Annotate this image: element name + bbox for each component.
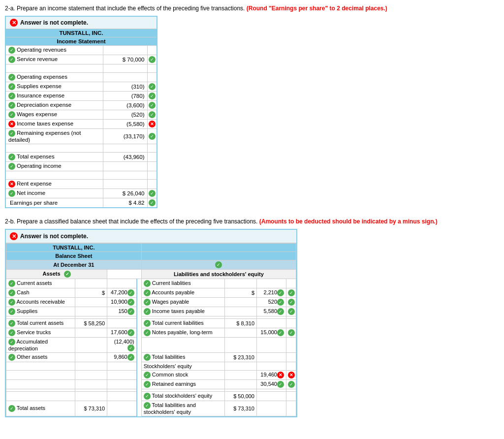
income-amount[interactable] — [103, 162, 147, 171]
income-amount[interactable]: (3,600) — [103, 101, 147, 110]
bs-left-amount1[interactable] — [75, 371, 107, 380]
bs-left-amount1[interactable] — [75, 307, 107, 316]
bs-left-amount1[interactable] — [75, 328, 107, 338]
bs-right-label: ✓ Accounts payable — [141, 288, 224, 298]
income-check2 — [147, 162, 157, 171]
bs-left-amount2[interactable] — [107, 319, 137, 328]
bs-left-amount1[interactable]: $ 58,250 — [75, 319, 107, 328]
income-amount[interactable]: (310) — [103, 82, 147, 92]
bs-left-amount1[interactable] — [75, 362, 107, 371]
bs-right-check2 — [286, 279, 296, 288]
income-amount[interactable] — [103, 46, 147, 55]
income-label: ✓Insurance expense — [5, 92, 103, 101]
bs-left-amount2[interactable]: 47,200✓ — [107, 288, 137, 298]
income-amount[interactable]: (43,960) — [103, 153, 147, 162]
income-row-14: ✕Rent expense — [5, 180, 157, 189]
bs-right-amount1[interactable] — [225, 338, 257, 353]
bs-left-amount1[interactable] — [75, 392, 107, 401]
income-amount[interactable] — [103, 73, 147, 82]
bs-left-amount2[interactable] — [107, 362, 137, 371]
bs-right-amount1[interactable]: $ 23,310 — [225, 353, 257, 362]
bs-right-amount2[interactable]: 5,580✓ — [257, 307, 286, 316]
income-amount[interactable] — [103, 144, 147, 153]
assets-header: Assets ✓ — [6, 270, 107, 279]
bs-right-check2: ✕ — [286, 371, 296, 380]
bs-left-amount1[interactable] — [75, 380, 107, 389]
bs-right-amount2[interactable]: 15,000✓ — [257, 328, 286, 338]
bs-right-amount1[interactable] — [225, 279, 257, 288]
income-check2: ✓ — [147, 189, 157, 198]
bs-left-label: ✓ Accounts receivable — [6, 298, 75, 307]
bs-right-amount2[interactable] — [257, 362, 286, 371]
bs-right-amount1[interactable] — [225, 371, 257, 380]
bs-row-3: ✓ Supplies150✓✓ Income taxes payable5,58… — [6, 307, 296, 316]
bs-right-amount2[interactable] — [257, 319, 286, 328]
income-row-7: ✓Wages expense(520)✓ — [5, 110, 157, 120]
bs-left-amount1[interactable] — [75, 353, 107, 362]
income-label: ✕Rent expense — [5, 180, 103, 189]
bs-right-amount1[interactable] — [225, 307, 257, 316]
income-amount[interactable]: (33,170) — [103, 129, 147, 144]
bs-right-check2 — [286, 338, 296, 353]
income-row-10 — [5, 144, 157, 153]
bs-right-amount1[interactable]: $ 50,000 — [225, 392, 257, 401]
income-amount[interactable] — [103, 180, 147, 189]
bs-company: TUNSTALL, INC. — [6, 244, 142, 252]
bs-right-amount2[interactable] — [257, 338, 286, 353]
bs-right-amount1[interactable] — [225, 298, 257, 307]
bs-right-amount1[interactable]: $ 73,310 — [225, 401, 257, 416]
income-row-11: ✓Total expenses(43,960) — [5, 153, 157, 162]
assets-check: ✓ — [64, 271, 71, 278]
bs-left-amount1[interactable] — [75, 298, 107, 307]
income-amount[interactable] — [103, 64, 147, 73]
bs-left-amount2[interactable] — [107, 401, 137, 416]
bs-right-amount2[interactable] — [257, 401, 286, 416]
bs-left-amount2[interactable]: 17,600✓ — [107, 328, 137, 338]
bs-right-amount1[interactable] — [225, 328, 257, 338]
income-check2: ✓ — [147, 92, 157, 101]
bs-left-amount1[interactable]: $ — [75, 288, 107, 298]
bs-statement: Balance Sheet — [6, 252, 142, 260]
bs-left-label: ✓ Other assets — [6, 353, 75, 362]
bs-right-amount2[interactable] — [257, 392, 286, 401]
income-check2: ✓ — [147, 82, 157, 92]
bs-right-amount1[interactable]: $ — [225, 288, 257, 298]
bs-left-amount1[interactable] — [75, 279, 107, 288]
bs-right-check2 — [286, 319, 296, 328]
income-amount[interactable] — [103, 171, 147, 180]
bs-left-amount1[interactable]: $ 73,310 — [75, 401, 107, 416]
bs-left-amount2[interactable] — [107, 392, 137, 401]
bs-left-amount2[interactable]: 10,900✓ — [107, 298, 137, 307]
part-2a-bold-instruction: (Round "Earnings per share" to 2 decimal… — [247, 5, 387, 12]
income-amount[interactable]: $ 70,000 — [103, 55, 147, 64]
bs-right-label: ✓ Total current liabilities — [141, 319, 224, 328]
bs-right-amount1[interactable] — [225, 362, 257, 371]
income-check2: ✓ — [147, 198, 157, 208]
income-check2 — [147, 73, 157, 82]
income-amount[interactable]: (780) — [103, 92, 147, 101]
bs-left-amount2[interactable]: (12,400)✓ — [107, 338, 137, 353]
bs-row-14: ✓ Total assets$ 73,310✓ Total liabilitie… — [6, 401, 296, 416]
income-amount[interactable]: $ 4.82 — [103, 198, 147, 208]
bs-left-amount2[interactable] — [107, 279, 137, 288]
answer-incomplete-label: Answer is not complete. — [20, 19, 88, 26]
bs-right-amount2[interactable] — [257, 279, 286, 288]
bs-left-amount2[interactable] — [107, 380, 137, 389]
bs-right-amount1[interactable] — [225, 380, 257, 389]
bs-right-label: ✓ Retained earnings — [141, 380, 224, 389]
bs-left-amount2[interactable]: 150✓ — [107, 307, 137, 316]
bs-right-amount2[interactable]: 520✓ — [257, 298, 286, 307]
bs-right-amount1[interactable]: $ 8,310 — [225, 319, 257, 328]
bs-right-amount2[interactable]: 19,460✕ — [257, 371, 286, 380]
bs-right-amount2[interactable]: 2,210✓ — [257, 288, 286, 298]
bs-right-amount2[interactable]: 30,540✓ — [257, 380, 286, 389]
income-amount[interactable]: (520) — [103, 110, 147, 120]
bs-right-amount2[interactable] — [257, 353, 286, 362]
bs-left-amount2[interactable]: 9,860✓ — [107, 353, 137, 362]
income-amount[interactable]: $ 26,040 — [103, 189, 147, 198]
bs-left-amount1[interactable] — [75, 338, 107, 353]
income-amount[interactable]: (5,580) — [103, 120, 147, 129]
bs-row-9: Stockholders' equity — [6, 362, 296, 371]
bs-left-amount2[interactable] — [107, 371, 137, 380]
part-2b-bold-instruction: (Amounts to be deducted should be indica… — [259, 218, 438, 225]
